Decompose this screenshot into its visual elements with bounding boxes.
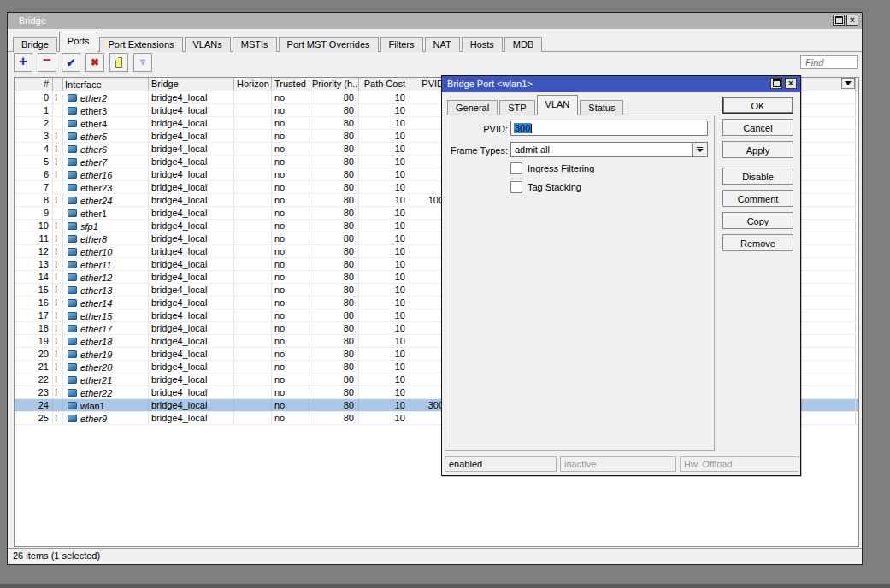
cell-trusted: no — [272, 335, 309, 347]
disable-button[interactable]: Disable — [722, 168, 793, 185]
column-header-path-cost[interactable]: Path Cost — [359, 78, 410, 91]
filter-button[interactable] — [133, 53, 152, 72]
row-end — [855, 245, 858, 257]
disable-button[interactable]: ✖ — [85, 53, 104, 72]
column-header-horizon[interactable]: Horizon — [234, 78, 272, 91]
column-header-priority-h[interactable]: Priority (h... — [309, 78, 359, 91]
cell-flags — [53, 207, 63, 219]
minus-icon: − — [43, 55, 51, 67]
row-end — [855, 220, 858, 232]
row-end — [855, 309, 858, 321]
interface-name: ether11 — [80, 260, 112, 270]
tab-mdb[interactable]: MDB — [504, 37, 542, 52]
column-select-dropdown[interactable] — [841, 78, 855, 89]
status-segment-hw-offload: Hw. Offload — [680, 456, 799, 472]
tab-general[interactable]: General — [447, 100, 498, 115]
interface-name: ether20 — [80, 362, 112, 373]
maximize-button[interactable] — [833, 15, 845, 26]
tab-nat[interactable]: NAT — [425, 37, 460, 52]
column-header-[interactable]: # — [15, 78, 53, 91]
remove-button[interactable]: Remove — [722, 234, 793, 251]
add-button[interactable]: + — [14, 53, 32, 72]
apply-button[interactable]: Apply — [722, 141, 793, 158]
cell-path-cost: 10 — [359, 245, 410, 257]
close-button[interactable]: × — [846, 15, 858, 26]
tab-stp[interactable]: STP — [499, 100, 534, 115]
bridge-tab-bar: BridgePortsPort ExtensionsVLANsMSTIsPort… — [8, 31, 862, 52]
find-input[interactable] — [800, 55, 858, 69]
column-header-flags[interactable] — [53, 78, 63, 91]
dialog-title: Bridge Port <wlan1> — [447, 79, 533, 89]
checkbox-icon[interactable] — [510, 162, 522, 174]
cell-horizon — [234, 297, 272, 309]
enable-button[interactable]: ✔ — [62, 53, 80, 72]
frame-types-select[interactable]: admit all — [510, 142, 708, 157]
comment-button[interactable] — [109, 53, 128, 72]
checkbox-icon[interactable] — [510, 181, 522, 193]
cancel-button[interactable]: Cancel — [722, 119, 793, 136]
cell-priority: 80 — [309, 412, 359, 424]
cell-trusted: no — [272, 194, 309, 206]
cell-bridge: bridge4_local — [149, 194, 234, 206]
cell-horizon — [234, 207, 272, 219]
bridge-window-titlebar[interactable]: Bridge × — [8, 13, 862, 29]
tab-status[interactable]: Status — [580, 100, 623, 115]
copy-button[interactable]: Copy — [722, 212, 793, 229]
tab-port-extensions[interactable]: Port Extensions — [99, 37, 182, 52]
cell-trusted: no — [272, 245, 309, 257]
cell-number: 24 — [15, 399, 53, 411]
cell-number: 9 — [15, 207, 53, 219]
dropdown-arrow-button[interactable] — [692, 143, 707, 156]
cell-horizon — [234, 399, 272, 411]
column-header-interface[interactable]: Interface — [63, 78, 149, 91]
interface-name: ether23 — [80, 183, 112, 193]
cell-path-cost: 10 — [359, 284, 410, 296]
cell-bridge: bridge4_local — [149, 104, 234, 116]
remove-button[interactable]: − — [38, 53, 56, 72]
cell-flags: I — [53, 220, 63, 232]
tag-stacking-checkbox[interactable]: Tag Stacking — [510, 181, 581, 193]
interface-icon — [68, 261, 77, 268]
cell-interface: ether5 — [63, 130, 149, 142]
ingress-filtering-checkbox[interactable]: Ingress Filtering — [510, 162, 594, 174]
column-header-trusted[interactable]: Trusted — [272, 78, 309, 91]
tab-filters[interactable]: Filters — [380, 37, 423, 52]
cell-number: 25 — [15, 412, 53, 424]
pvid-input[interactable]: 300 — [510, 121, 708, 136]
row-end — [855, 130, 858, 142]
cell-interface: ether4 — [63, 117, 149, 129]
cell-number: 13 — [15, 258, 53, 270]
cell-horizon — [234, 232, 272, 244]
ok-button[interactable]: OK — [722, 97, 793, 114]
tab-bridge[interactable]: Bridge — [13, 37, 57, 52]
cell-priority: 80 — [309, 104, 359, 116]
comment-button[interactable]: Comment — [722, 190, 793, 207]
cell-priority: 80 — [309, 194, 359, 206]
column-header-bridge[interactable]: Bridge — [149, 78, 234, 91]
cell-horizon — [234, 130, 272, 142]
cell-bridge: bridge4_local — [149, 156, 234, 168]
cell-priority: 80 — [309, 207, 359, 219]
cell-path-cost: 10 — [359, 335, 410, 347]
interface-icon — [68, 299, 77, 307]
dialog-maximize-button[interactable] — [770, 78, 782, 89]
tab-vlan[interactable]: VLAN — [537, 95, 579, 115]
cell-bridge: bridge4_local — [149, 271, 234, 283]
cell-priority: 80 — [309, 386, 359, 398]
tab-mstis[interactable]: MSTIs — [233, 37, 277, 52]
cell-trusted: no — [272, 207, 309, 219]
check-icon: ✔ — [67, 56, 76, 69]
tab-hosts[interactable]: Hosts — [462, 37, 503, 52]
tab-vlans[interactable]: VLANs — [185, 37, 231, 52]
dialog-titlebar[interactable]: Bridge Port <wlan1> × — [442, 76, 800, 92]
cell-trusted: no — [272, 104, 309, 116]
interface-icon — [68, 376, 77, 384]
cell-bridge: bridge4_local — [149, 130, 234, 142]
cell-path-cost: 10 — [359, 156, 410, 168]
tab-ports[interactable]: Ports — [59, 32, 98, 52]
cell-path-cost: 10 — [359, 207, 410, 219]
row-end — [855, 335, 858, 347]
cell-flags: I — [53, 284, 63, 296]
dialog-close-button[interactable]: × — [785, 78, 797, 89]
tab-port-mst-overrides[interactable]: Port MST Overrides — [279, 37, 379, 52]
